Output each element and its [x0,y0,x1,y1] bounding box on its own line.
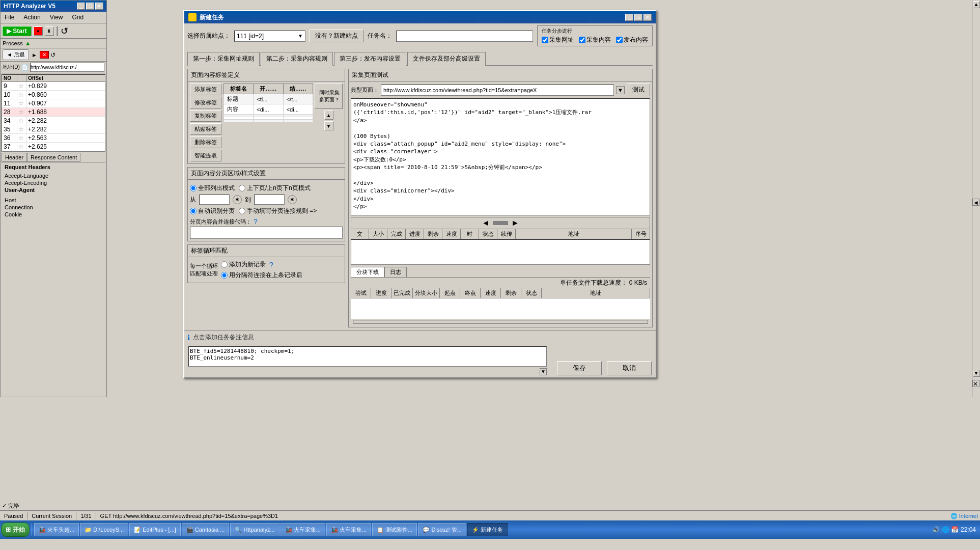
address-input[interactable] [30,63,104,72]
response-tab[interactable]: Response Content [27,153,80,162]
task-name-input[interactable] [396,31,533,42]
td-star: ☆ [17,143,26,151]
auto-page-radio[interactable]: 自动识别分页 [190,207,235,215]
taskbar-train-super[interactable]: 🚂 火车头超... [34,523,79,536]
table-row[interactable]: 28 ☆ +1.688 [2,108,105,117]
back-btn[interactable]: ◄ 后退 [3,49,29,60]
check-collect-url[interactable]: 采集网址 [542,36,574,44]
help-icon[interactable]: ? [254,217,258,226]
loop-help1[interactable]: ? [269,261,273,269]
url-dropdown[interactable]: ▼ [616,86,625,94]
taskbar-new-task[interactable]: ⚡ 新建任务 [467,523,508,536]
new-site-btn[interactable]: 没有？新建站点 [310,30,363,42]
right-scroll-bot[interactable]: ✕ [972,380,979,387]
forward-icon[interactable]: ► [31,52,38,58]
modify-tag-btn[interactable]: 修改标签 [190,97,221,108]
dl-tab-log[interactable]: 日志 [384,267,407,277]
loop-option2[interactable]: 用分隔符连接在上条记录后 [221,271,302,280]
taskbar-locoy[interactable]: 📁 D:\LocoyS... [80,523,128,536]
dialog-minimize[interactable]: _ [625,14,633,21]
loop-row: 每一个循环匹配项处理 添加为新记录 ? 用分隔符连接在上条记录后 [190,260,343,280]
mode1-radio[interactable]: 全部列出模式 [190,184,235,193]
tab-1[interactable]: 第一步：采集网址规则 [187,52,260,66]
table-row[interactable]: 9 ☆ +0.829 [2,82,105,91]
cancel-button[interactable]: 取消 [607,361,652,375]
start-button[interactable]: ▶ Start [2,26,32,36]
menu-grid[interactable]: Grid [70,13,86,22]
add-tag-btn[interactable]: 添加标签 [190,84,221,95]
site-combo[interactable]: 111 [id=2] ▼ [234,31,305,42]
check-collect-content[interactable]: 采集内容 [579,36,611,44]
up-arrow[interactable]: ▲ [324,111,333,120]
right-scrollbar[interactable]: ▲ ▼ ◄ ✕ [972,0,980,397]
delete-tag-btn[interactable]: 删除标签 [190,136,221,148]
taskbar-httpanalyzer[interactable]: 🔍 Httpanalyż... [230,523,279,536]
taskbar-test-attach[interactable]: 📋 测试附件... [372,523,417,536]
save-button[interactable]: 保存 [557,361,602,375]
step-progress-box: 任务分步进行 采集网址 采集内容 发布内容 [537,25,653,46]
to-circle-btn[interactable]: ✱ [288,195,297,204]
table-row[interactable]: 11 ☆ +0.907 [2,99,105,108]
scroll-up[interactable]: ▲ [973,1,980,8]
mode2-radio[interactable]: 上下页/上n页下n页模式 [239,184,311,193]
refresh-nav-icon[interactable]: ↺ [50,51,55,59]
menu-action[interactable]: Action [21,13,42,22]
dialog-maximize[interactable]: □ [634,14,642,21]
scroll-down[interactable]: ▼ [973,370,980,377]
tab-2[interactable]: 第二步：采集内容规则 [261,52,333,66]
dl-ctrl-right[interactable]: ► [508,218,522,228]
tag-row-content[interactable]: 内容 <di... <di... [224,104,313,115]
menu-file[interactable]: File [3,13,16,22]
html-preview[interactable]: onMouseover="showmenu"({'ctrlid':this.id… [351,98,650,215]
taskbar-camtasia[interactable]: 🎬 Camtasia ... [182,523,230,536]
smart-extract-btn[interactable]: 智能提取 [190,150,221,161]
taskbar-editplus[interactable]: 📝 EditPlus - [...] [129,523,180,536]
bottom-textarea[interactable]: BTE_fid5=1281448810; checkpm=1; BTE_onli… [188,346,547,367]
maximize-btn[interactable]: □ [86,3,94,10]
sync-multi-page-btn[interactable]: 同时采集多页面？ [315,84,343,109]
url-input[interactable] [381,85,614,96]
check-publish-content[interactable]: 发布内容 [616,36,648,44]
taskbar-discuz[interactable]: 💬 Discuz! 管... [418,523,466,536]
table-row[interactable]: 10 ☆ +0.860 [2,91,105,99]
table-row[interactable]: 34 ☆ +2.282 [2,117,105,125]
manual-page-radio[interactable]: 手动填写分页连接规则 => [239,207,317,215]
start-menu-btn[interactable]: ⊞ 开始 [1,522,30,537]
td-no: 9 [2,82,17,90]
table-row[interactable]: 35 ☆ +2.282 [2,125,105,134]
dialog-close[interactable]: ✕ [643,14,652,21]
pagination-input[interactable] [190,227,343,239]
note-text[interactable]: 点击添加任务备注信息 [193,333,254,342]
copy-tag-btn[interactable]: 复制标签 [190,110,221,122]
loop-option1[interactable]: 添加为新记录 ? [221,260,302,269]
taskbar-train-collect2[interactable]: 🚂 火车采集... [326,523,371,536]
tab-3[interactable]: 第三步：发布内容设置 [334,52,406,66]
textarea-scroll-down[interactable]: ▼ [540,368,547,375]
paste-tag-btn[interactable]: 粘贴标签 [190,123,221,135]
down-arrow[interactable]: ▼ [324,121,333,130]
refresh-icon[interactable]: ↺ [61,25,68,37]
url-label: 典型页面： [351,86,379,94]
pause-btn[interactable]: ⏸ [45,26,54,36]
dl-ctrl-left[interactable]: ◄ [479,218,493,228]
right-scroll-mid[interactable]: ◄ [972,199,979,206]
from-circle-btn[interactable]: ✱ [233,195,242,204]
table-row[interactable]: 36 ☆ +2.563 [2,134,105,143]
minimize-btn[interactable]: _ [77,3,85,10]
close-btn[interactable]: ✕ [95,3,103,10]
menu-view[interactable]: View [48,13,65,22]
tab-4[interactable]: 文件保存及部分高级设置 [407,52,486,66]
rh-accept-encoding: Accept-Encoding [2,179,105,186]
header-tab[interactable]: Header [2,153,27,162]
stop-nav-btn[interactable]: ✕ [40,51,49,59]
tag-row-title[interactable]: 标题 <ti... </t... [224,94,313,104]
from-input[interactable] [199,195,230,205]
to-input[interactable] [254,195,285,205]
bottom-input-area: BTE_fid5=1281448810; checkpm=1; BTE_onli… [188,346,547,375]
table-row[interactable]: 37 ☆ +2.625 [2,143,105,151]
dl-tab-chunks[interactable]: 分块下载 [351,267,384,277]
stop-btn[interactable]: ● [34,26,43,36]
taskbar-train-collect1[interactable]: 🚂 火车采集... [281,523,325,536]
sample-title: 采集页面测试 [349,69,652,81]
test-button[interactable]: 测试 [627,84,650,96]
